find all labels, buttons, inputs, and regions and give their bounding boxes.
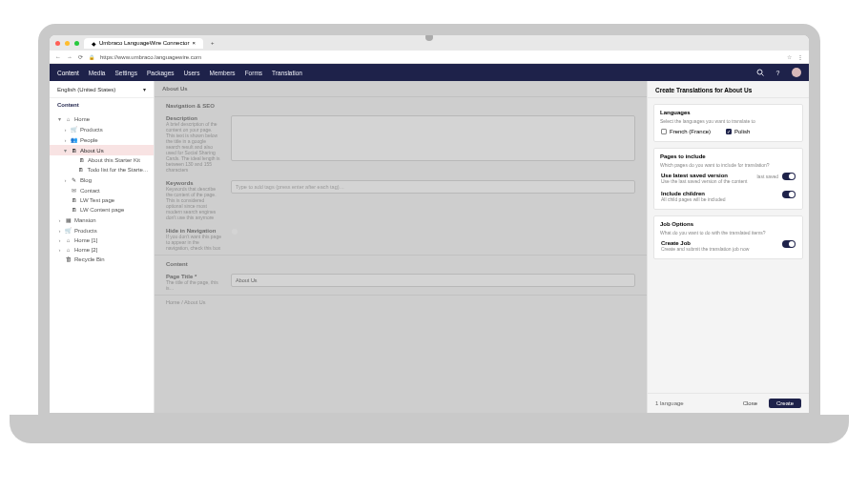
job-card: Job Options What do you want to do with … bbox=[653, 215, 803, 259]
menu-icon[interactable]: ⋮ bbox=[797, 53, 803, 60]
browser-tab[interactable]: ◆ Umbraco LanguageWire Connector × bbox=[84, 38, 203, 49]
people-icon: 👥 bbox=[71, 136, 77, 143]
home-icon: ⌂ bbox=[65, 237, 72, 243]
breadcrumb[interactable]: Home / About Us bbox=[155, 295, 647, 309]
lock-icon: 🔒 bbox=[89, 54, 94, 60]
doc-icon: 🗎 bbox=[71, 197, 77, 203]
nav-translation[interactable]: Translation bbox=[272, 70, 302, 76]
url-display[interactable]: https://www.umbraco.languagewire.com bbox=[100, 54, 781, 60]
cart-icon: 🛒 bbox=[65, 227, 72, 234]
nav-media[interactable]: Media bbox=[89, 70, 106, 76]
tree-node-label: Recycle Bin bbox=[74, 256, 105, 262]
field-description: Description A brief description of the c… bbox=[155, 112, 647, 176]
doc-icon: 🗎 bbox=[71, 207, 77, 213]
panel-footer: 1 language Close Create bbox=[648, 393, 809, 413]
nav-users[interactable]: Users bbox=[184, 70, 200, 76]
tree-node[interactable]: ›✎Blog bbox=[50, 174, 154, 185]
field-page-title: Page Title * The title of the page, this… bbox=[155, 270, 647, 295]
grid-icon: ▦ bbox=[65, 216, 72, 223]
page-title-input[interactable]: About Us bbox=[231, 274, 635, 287]
keywords-input[interactable]: Type to add tags (press enter after each… bbox=[231, 180, 635, 194]
tree-node[interactable]: ›⌂Home [2] bbox=[50, 245, 154, 255]
traffic-light-min[interactable] bbox=[65, 41, 70, 46]
language-selector[interactable]: English (United States) ▾ bbox=[50, 81, 154, 98]
svg-point-0 bbox=[757, 70, 762, 74]
children-toggle[interactable] bbox=[782, 191, 796, 198]
latest-toggle[interactable] bbox=[782, 173, 796, 180]
create-button[interactable]: Create bbox=[769, 399, 801, 408]
close-tab-icon[interactable]: × bbox=[192, 40, 196, 46]
nav-forms[interactable]: Forms bbox=[245, 70, 262, 76]
panel-title: Create Translations for About Us bbox=[648, 81, 809, 98]
caret-icon: › bbox=[57, 247, 62, 253]
laptop-base bbox=[10, 415, 849, 443]
tree-node[interactable]: 🗎LW Test page bbox=[50, 195, 154, 205]
tree-node[interactable]: ✉Contact bbox=[50, 185, 154, 195]
content-editor: About Us Navigation & SEO Description A … bbox=[155, 81, 647, 413]
doc-icon: 🗎 bbox=[78, 167, 85, 173]
lang-polish[interactable]: Polish bbox=[726, 129, 750, 134]
pages-help: Which pages do you want to include for t… bbox=[660, 162, 796, 168]
caret-icon: › bbox=[63, 137, 68, 143]
tree-node-label: LW Test page bbox=[80, 197, 114, 203]
tree-node-label: Products bbox=[80, 127, 103, 133]
footer-summary: 1 language bbox=[655, 400, 684, 406]
tree-node[interactable]: ›🛒Products bbox=[50, 124, 154, 134]
camera-notch bbox=[425, 33, 433, 41]
close-button[interactable]: Close bbox=[735, 399, 765, 408]
nav-reload-icon[interactable]: ⟳ bbox=[78, 53, 83, 60]
tree-node[interactable]: 🗑Recycle Bin bbox=[50, 255, 154, 264]
section-content: Content bbox=[155, 255, 647, 270]
checkbox-icon bbox=[661, 129, 667, 134]
nav-settings[interactable]: Settings bbox=[115, 70, 138, 76]
checkbox-checked-icon bbox=[726, 129, 732, 134]
cart-icon: 🛒 bbox=[71, 126, 77, 133]
sidebar: English (United States) ▾ Content ▾⌂Home… bbox=[50, 81, 155, 413]
children-help: All child pages will be included bbox=[661, 196, 726, 202]
tree-node[interactable]: 🗎LW Content page bbox=[50, 205, 154, 215]
tree-node[interactable]: ▾🗎About Us bbox=[50, 145, 154, 155]
caret-icon: › bbox=[57, 228, 62, 234]
description-help: A brief description of the content on yo… bbox=[166, 121, 221, 173]
trash-icon: 🗑 bbox=[65, 256, 72, 262]
contact-icon: ✉ bbox=[71, 187, 77, 194]
description-input[interactable] bbox=[231, 115, 635, 161]
avatar[interactable] bbox=[792, 68, 801, 77]
traffic-light-close[interactable] bbox=[55, 41, 60, 46]
tree-node[interactable]: 🗎Todo list for the Starter Kit bbox=[50, 165, 154, 174]
latest-badge: last saved bbox=[756, 174, 778, 179]
favicon-icon: ◆ bbox=[92, 40, 96, 47]
doc-icon: 🗎 bbox=[78, 157, 85, 163]
search-icon[interactable] bbox=[755, 69, 764, 77]
tree-node[interactable]: ›🛒Products bbox=[50, 225, 154, 235]
help-icon[interactable]: ? bbox=[774, 69, 782, 77]
job-help: What do you want to do with the translat… bbox=[660, 230, 796, 235]
pages-title: Pages to include bbox=[660, 153, 796, 159]
caret-icon: › bbox=[57, 237, 62, 243]
tree-node[interactable]: ›⌂Home [1] bbox=[50, 235, 154, 245]
tree-node[interactable]: ▾⌂Home bbox=[50, 113, 154, 124]
traffic-light-max[interactable] bbox=[74, 41, 79, 46]
nav-back-icon[interactable]: ← bbox=[55, 54, 61, 60]
createjob-toggle[interactable] bbox=[782, 240, 796, 248]
bookmark-icon[interactable]: ☆ bbox=[787, 53, 792, 60]
tab-title: Umbraco LanguageWire Connector bbox=[99, 40, 189, 46]
tree-node[interactable]: 🗎About this Starter Kit bbox=[50, 155, 154, 165]
lang-french[interactable]: French (France) bbox=[661, 129, 711, 134]
nav-members[interactable]: Members bbox=[210, 70, 236, 76]
tree-node[interactable]: ›👥People bbox=[50, 134, 154, 145]
section-nav-seo: Navigation & SEO bbox=[155, 96, 647, 112]
nav-packages[interactable]: Packages bbox=[147, 70, 175, 76]
hide-nav-help: If you don't want this page to appear in… bbox=[166, 234, 221, 251]
field-hide-nav: Hide in Navigation If you don't want thi… bbox=[155, 224, 647, 255]
page-title: About Us bbox=[155, 81, 647, 96]
doc-icon: 🗎 bbox=[71, 148, 77, 153]
tree-node[interactable]: ›▦Mansion bbox=[50, 215, 154, 225]
home-icon: ⌂ bbox=[65, 116, 72, 122]
lang-polish-label: Polish bbox=[734, 129, 750, 134]
tree-node-label: About this Starter Kit bbox=[88, 157, 140, 163]
new-tab-button[interactable]: + bbox=[207, 40, 218, 46]
languages-card: Languages Select the languages you want … bbox=[653, 104, 803, 142]
nav-fwd-icon[interactable]: → bbox=[67, 54, 72, 60]
nav-content[interactable]: Content bbox=[57, 70, 79, 76]
